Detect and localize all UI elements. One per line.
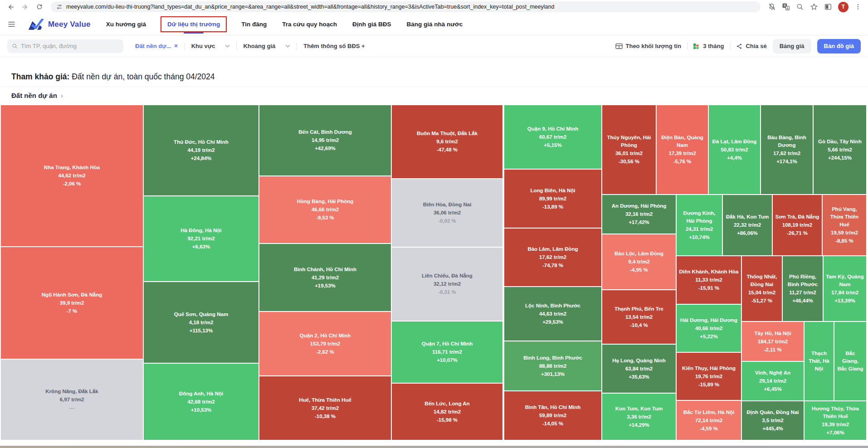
- treemap-tile[interactable]: Krông Năng, Đắk Lắk6,97 tr/m2---: [1, 360, 143, 440]
- meey-value-logo-icon: [28, 18, 45, 31]
- treemap-tile[interactable]: Hạ Long, Quảng Ninh63,84 tr/m2+35,63%: [602, 345, 676, 393]
- treemap-tile[interactable]: Định Quán, Đồng Nai3,5 tr/m2+445,4%: [742, 401, 804, 440]
- treemap-tile[interactable]: Điện Bàn, Quảng Nam17,39 tr/m2-5,76 %: [657, 105, 708, 194]
- notifications-blocked-icon[interactable]: [768, 3, 776, 11]
- treemap-tile[interactable]: Bình Chánh, Hồ Chí Minh41,29 tr/m2+19,53…: [259, 244, 391, 311]
- menu-dots-icon[interactable]: [854, 3, 862, 10]
- tile-price: 3,36 tr/m2: [627, 413, 651, 421]
- volume-toggle[interactable]: Theo khối lượng tin: [615, 43, 682, 49]
- reload-icon[interactable]: [34, 1, 45, 13]
- treemap-tile[interactable]: An Dương, Hải Phòng32,16 tr/m2+17,42%: [602, 195, 676, 234]
- treemap-tile[interactable]: Bảo Lâm, Lâm Đồng17,62 tr/m2-74,78 %: [504, 229, 601, 286]
- treemap-tile[interactable]: Tây Hồ, Hà Nội184,17 tr/m2-2,11 %: [742, 322, 804, 361]
- tile-change: +10,53%: [191, 406, 212, 414]
- treemap-tile[interactable]: Hà Đông, Hà Nội92,21 tr/m2+6,63%: [144, 196, 258, 281]
- zoom-icon[interactable]: [796, 3, 804, 11]
- plus-icon: +: [361, 43, 365, 49]
- treemap-tile[interactable]: Lộc Ninh, Bình Phước44,63 tr/m2+29,53%: [504, 287, 601, 341]
- treemap-tile[interactable]: Phú Riềng, Bình Phước11,27 tr/m2+46,44%: [783, 256, 823, 321]
- treemap-tile[interactable]: Thống Nhất, Đồng Nai15,04 tr/m2-51,27 %: [742, 256, 782, 321]
- treemap-tile[interactable]: Phú Vang, Thừa Thiên Huế19,59 tr/m2-8,85…: [823, 195, 866, 255]
- back-icon[interactable]: [5, 1, 16, 13]
- side-panel-icon[interactable]: [824, 3, 832, 11]
- url-bar[interactable]: meeyvalue.com/du-lieu-thi-truong?land_ty…: [51, 1, 761, 12]
- treemap-tile[interactable]: Đắk Hà, Kon Tum22,32 tr/m2+86,06%: [723, 195, 772, 255]
- bookmark-star-icon[interactable]: [810, 3, 818, 11]
- treemap-tile[interactable]: Quận 9, Hồ Chí Minh60,67 tr/m2+5,15%: [504, 105, 601, 169]
- land-type-chip[interactable]: Đất nền dự... ✕: [135, 43, 178, 49]
- nav-item[interactable]: Xu hướng giá: [105, 17, 147, 32]
- nav-item[interactable]: Tin đăng: [240, 17, 268, 32]
- treemap-tile[interactable]: Bến Cát, Bình Dương14,95 tr/m2+42,69%: [259, 105, 391, 175]
- treemap-tile[interactable]: Quận 7, Hồ Chí Minh116,71 tr/m2+10,07%: [392, 321, 502, 383]
- share-button[interactable]: Chia sẻ: [736, 43, 766, 49]
- treemap-tile[interactable]: Huế, Thừa Thiên Huế37,42 tr/m2-10,38 %: [259, 376, 391, 440]
- treemap-tile[interactable]: Bến Lức, Long An14,82 tr/m2-15,98 %: [392, 384, 502, 440]
- treemap-tile[interactable]: Bắc Từ Liêm, Hà Nội72,14 tr/m2-4,59 %: [677, 401, 741, 440]
- treemap-tile[interactable]: Long Biên, Hà Nội89,99 tr/m2-13,89 %: [504, 170, 601, 228]
- treemap-tile[interactable]: Bắc Giang, Bắc Giang: [834, 322, 866, 400]
- tile-change: +29,53%: [542, 318, 563, 326]
- treemap-tile[interactable]: Gò Dầu, Tây Ninh5,66 tr/m2+244,15%: [814, 105, 866, 194]
- tile-price: 46,66 tr/m2: [312, 205, 339, 214]
- treemap-tile[interactable]: Thủ Đức, Hồ Chí Minh44,19 tr/m2+24,84%: [144, 105, 258, 195]
- treemap-tile[interactable]: Quế Sơn, Quảng Nam4,18 tr/m2+115,13%: [144, 282, 258, 363]
- breadcrumb-label: Đất nền dự án: [11, 92, 57, 99]
- search-input[interactable]: [21, 43, 119, 49]
- chip-close-icon[interactable]: ✕: [174, 43, 178, 49]
- treemap-tile[interactable]: Buôn Ma Thuột, Đắk Lắk9,6 tr/m2-47,48 %: [392, 105, 502, 178]
- treemap-tile[interactable]: Bàu Bàng, Bình Dương17,62 tr/m2+174,1%: [761, 105, 813, 194]
- treemap-tile[interactable]: Hồng Bàng, Hải Phòng46,66 tr/m2-9,53 %: [259, 176, 391, 243]
- treemap-tile[interactable]: Bình Long, Bình Phước88,88 tr/m2+301,13%: [504, 341, 601, 390]
- treemap-tile[interactable]: Thạnh Phú, Bến Tre13,54 tr/m2-10,4 %: [602, 290, 676, 344]
- treemap-tile[interactable]: Liên Chiểu, Đà Nẵng32,12 tr/m2-0,31 %: [392, 248, 502, 321]
- horizontal-scrollbar[interactable]: [0, 446, 868, 448]
- tile-name: Gò Dầu, Tây Ninh: [818, 138, 862, 146]
- price-table-button[interactable]: Bảng giá: [773, 39, 811, 54]
- tile-name: Krông Năng, Đắk Lắk: [45, 388, 98, 395]
- tile-price: 9,4 tr/m2: [628, 258, 649, 266]
- search-box[interactable]: [7, 39, 123, 53]
- site-settings-icon[interactable]: [56, 4, 63, 10]
- nav-item[interactable]: Dữ liệu thị trường: [161, 16, 227, 32]
- price-range-dropdown[interactable]: Khoảng giá: [243, 43, 290, 49]
- tile-price: 14,82 tr/m2: [434, 408, 461, 416]
- treemap-tile[interactable]: Vinh, Nghệ An29,14 tr/m2+6,45%: [742, 362, 804, 400]
- treemap-tile[interactable]: Thạch Thất, Hà Nội: [805, 322, 834, 400]
- treemap-tile[interactable]: Sơn Trà, Đà Nẵng108,19 tr/m2-26,71 %: [773, 195, 822, 255]
- tile-price: 3,5 tr/m2: [762, 416, 783, 424]
- period-selector[interactable]: 3 tháng: [693, 43, 724, 49]
- nav-item[interactable]: Bảng giá nhà nước: [406, 17, 464, 32]
- tile-name: Đắk Hà, Kon Tum: [726, 213, 769, 221]
- tile-name: Bàu Bàng, Bình Dương: [763, 134, 810, 149]
- nav-item-label: Định giá BĐS: [352, 21, 391, 28]
- treemap-tile[interactable]: Thủy Nguyên, Hải Phòng36,01 tr/m2-30,56 …: [602, 105, 656, 194]
- treemap-tile[interactable]: Đà Lạt, Lâm Đồng50,83 tr/m2+4,4%: [709, 105, 760, 194]
- treemap-tile[interactable]: Hải Dương, Hải Dương40,66 tr/m2+5,22%: [677, 305, 741, 352]
- nav-item[interactable]: Tra cứu quy hoạch: [281, 17, 338, 32]
- avatar[interactable]: T: [838, 2, 848, 12]
- treemap-tile[interactable]: Bảo Lộc, Lâm Đồng9,4 tr/m2-4,95 %: [602, 234, 676, 289]
- treemap-tile[interactable]: Ngũ Hành Sơn, Đà Nẵng39,9 tr/m2-7 %: [1, 247, 143, 359]
- treemap-tile[interactable]: Biên Hòa, Đồng Nai36,06 tr/m2-0,92 %: [392, 179, 502, 247]
- treemap-tile[interactable]: Đông Anh, Hà Nội42,68 tr/m2+10,53%: [144, 364, 258, 440]
- treemap-tile[interactable]: Hương Thủy, Thừa Thiên Huế19,39 tr/m2+7,…: [805, 401, 866, 440]
- treemap-tile[interactable]: Diên Khánh, Khánh Hòa11,33 tr/m2-15,91 %: [677, 256, 741, 304]
- hamburger-icon[interactable]: [7, 20, 16, 29]
- treemap-tile[interactable]: Dương Kinh, Hải Phòng24,31 tr/m2+10,74%: [677, 195, 722, 255]
- treemap-tile[interactable]: Kiến Thụy, Hải Phòng19,76 tr/m2-15,89 %: [677, 353, 741, 400]
- forward-icon[interactable]: [19, 1, 31, 13]
- tile-price: 116,71 tr/m2: [432, 348, 462, 356]
- treemap-tile[interactable]: Tam Kỳ, Quảng Nam17,84 tr/m2+13,39%: [824, 256, 866, 321]
- nav-item[interactable]: Định giá BĐS: [351, 17, 392, 32]
- region-dropdown[interactable]: Khu vực: [191, 43, 230, 49]
- more-params-link[interactable]: Thêm thông số BĐS +: [303, 43, 365, 49]
- treemap-tile[interactable]: Kon Tum, Kon Tum3,36 tr/m2+14,29%: [602, 394, 676, 440]
- translate-icon[interactable]: [782, 3, 790, 11]
- treemap-tile[interactable]: Bình Tân, Hồ Chí Minh59,89 tr/m2-14,05 %: [504, 391, 601, 440]
- treemap-tile[interactable]: Quận 2, Hồ Chí Minh153,79 tr/m2-2,62 %: [259, 312, 391, 375]
- treemap-tile[interactable]: Nha Trang, Khánh Hòa44,62 tr/m2-2,06 %: [1, 105, 143, 246]
- price-map-button[interactable]: Bản đồ giá: [817, 39, 861, 54]
- breadcrumb[interactable]: Đất nền dự án ›: [11, 92, 63, 99]
- brand-logo[interactable]: Meey Value: [28, 18, 91, 31]
